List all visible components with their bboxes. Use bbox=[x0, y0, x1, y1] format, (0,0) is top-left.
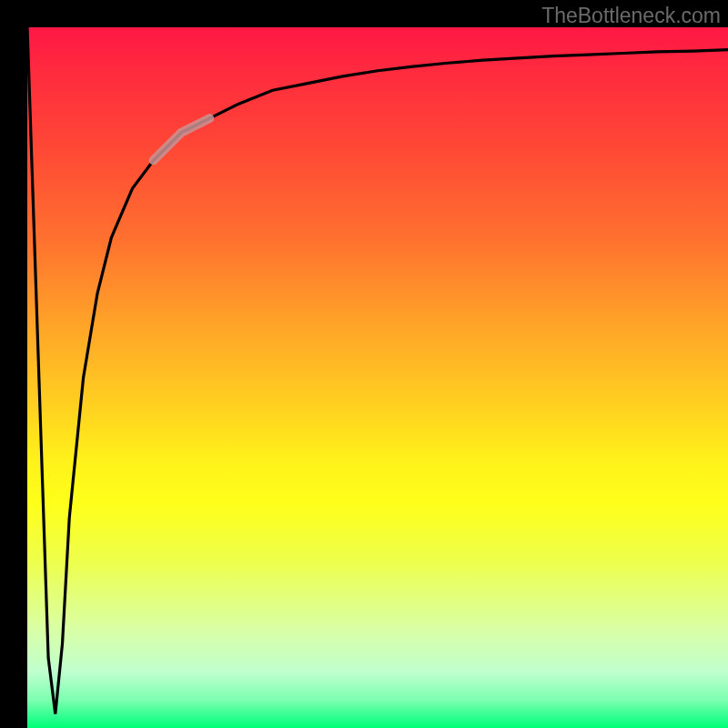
plot-area bbox=[27, 27, 728, 728]
highlight-segment-path bbox=[154, 118, 210, 160]
curve-svg bbox=[27, 27, 728, 728]
chart-frame: TheBottleneck.com bbox=[0, 0, 728, 728]
bottleneck-curve-path bbox=[27, 27, 728, 714]
watermark-label: TheBottleneck.com bbox=[541, 4, 721, 28]
